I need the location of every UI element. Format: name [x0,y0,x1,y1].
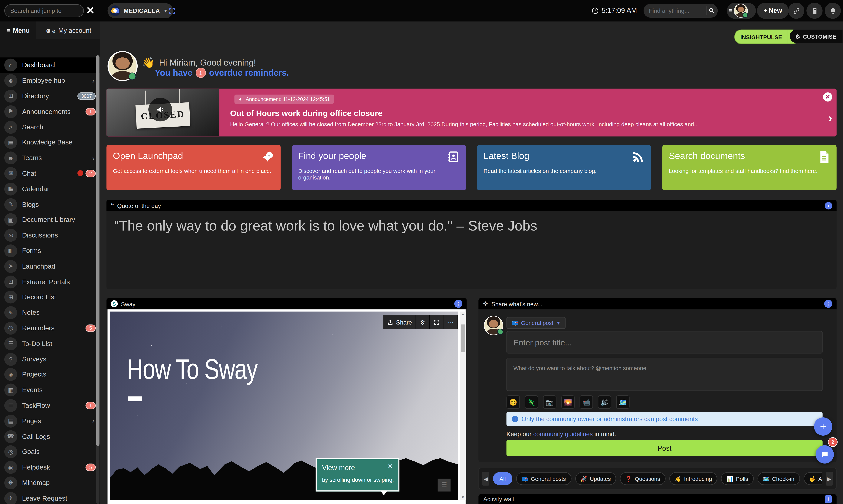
sidebar-item-label: Search [22,123,44,131]
gif-icon: 🦎 [528,398,536,406]
sidebar-item-document-library[interactable]: ▣Document Library [0,212,100,228]
widget-options-icon[interactable]: ⋮ [454,300,462,308]
fullscreen-icon[interactable] [168,7,176,15]
quick-card-open-launchpad[interactable]: Open LaunchpadGet access to external too… [106,145,281,190]
sidebar-item-launchpad[interactable]: ➤Launchpad [0,258,100,274]
filter-pill-check-in[interactable]: 🗺️Check-in [757,472,799,485]
sidebar-item-label: Goals [22,448,39,455]
user-menu[interactable]: ≡ [727,3,756,19]
sidebar-item-goals[interactable]: ◎Goals [0,444,100,460]
scroll-left-icon[interactable]: ◀ [482,472,489,486]
post-title-input[interactable] [506,331,823,354]
filter-pill-polls[interactable]: 📊Polls [721,472,754,485]
link-button[interactable] [788,3,804,19]
share-button[interactable]: Share [383,315,416,329]
next-announcement-chevron[interactable]: › [828,111,832,125]
sidebar-item-call-logs[interactable]: ☎Call Logs [0,429,100,444]
sidebar-item-leave-request[interactable]: ✈Leave Request [0,491,100,504]
filter-pill-appreciations[interactable]: 🤟Appreciations [804,472,822,485]
filter-pill-introducing[interactable]: 👋Introducing [669,472,717,485]
sidebar-scrollbar[interactable] [96,55,100,504]
sidebar-item-announcements[interactable]: ⚑Announcements1 [0,104,100,120]
info-icon[interactable]: i [825,202,832,209]
sidebar-item-dashboard[interactable]: ⌂Dashboard [0,57,100,73]
widget-options-icon[interactable]: ⋮ [824,300,832,308]
menu-tab[interactable]: ≡ Menu [0,21,36,39]
sidebar-item-search[interactable]: ⌕Search [0,120,100,135]
announcement-banner[interactable]: CLOSED Announcement: 11-12-2024 12:45:51… [106,89,837,137]
filter-emoji-icon: 👋 [675,475,682,481]
filter-label: Polls [736,475,748,482]
quick-card-latest-blog[interactable]: Latest BlogRead the latest articles on t… [477,145,651,190]
customise-button[interactable]: ⚙CUSTOMISE ▼ [790,30,843,43]
sway-embed: How To Sway Share ⚙ ⋯ View more [107,309,465,504]
emoji-button[interactable]: 😊 [506,395,520,409]
filter-pill-questions[interactable]: ❓Questions [620,472,666,485]
map-button[interactable]: 🗺️ [616,395,630,409]
notifications-button[interactable] [825,3,841,19]
search-icon[interactable] [706,7,718,14]
video-button[interactable]: 📹 [580,395,593,409]
settings-button[interactable]: ⚙ [416,315,430,329]
find-anything-input[interactable] [643,7,706,14]
project-icon: ◈ [4,368,17,381]
close-icon[interactable]: ✕ [823,92,832,102]
sway-scrollbar[interactable]: ▲ ▼ [460,311,466,500]
quick-card-search-documents[interactable]: Search documentsLooking for templates an… [663,145,837,190]
kiosk-button[interactable] [806,3,823,19]
sidebar-item-helpdesk[interactable]: ◉Helpdesk5 [0,460,100,475]
chevron-down-icon[interactable]: ▼ [842,30,843,43]
sidebar-item-label: Record List [22,293,56,301]
sidebar-item-discussions[interactable]: ✉Discussions [0,228,100,243]
my-account-tab[interactable]: ☻⚙ My account [36,21,100,39]
filter-pill-general-posts[interactable]: 📪General posts [516,472,571,485]
gif-button[interactable]: 🦎 [525,395,538,409]
filter-pill-all[interactable]: All [493,472,512,485]
sidebar-item-surveys[interactable]: ?Surveys [0,352,100,367]
sidebar-item-employee-hub[interactable]: ☻Employee hub› [0,73,100,88]
sidebar-item-events[interactable]: ▦Events [0,382,100,398]
sidebar-item-reminders[interactable]: ◷Reminders5 [0,320,100,336]
community-guidelines-link[interactable]: community guidelines [533,431,593,437]
sidebar-item-to-do-list[interactable]: ☰To-Do List [0,336,100,352]
sidebar-item-directory[interactable]: ⊞Directory3007 [0,88,100,104]
new-button[interactable]: +New [757,3,789,19]
brand-switcher[interactable]: MEDICALLA ▼ [107,3,173,18]
more-options-button[interactable]: ⋯ [444,315,458,329]
image-button[interactable]: 🌄 [561,395,575,409]
event-icon: ▦ [4,384,17,396]
audio-button[interactable]: 🔊 [598,395,611,409]
sidebar-item-taskflow[interactable]: ☰TaskFlow1 [0,398,100,413]
sidebar-item-calendar[interactable]: ▦Calendar [0,181,100,197]
sidebar-item-mindmap[interactable]: ❋Mindmap [0,475,100,491]
post-filter-bar: ◀ All📪General posts🚀Updates❓Questions👋In… [478,468,837,489]
search-input[interactable] [4,4,84,17]
sidebar-item-record-list[interactable]: ⊞Record List [0,289,100,305]
post-type-selector[interactable]: 📪 General post ▼ [506,317,566,329]
post-button[interactable]: Post [506,440,823,456]
chat-floating-button[interactable] [816,445,834,464]
close-icon[interactable]: ✕ [86,4,94,17]
sidebar-item-blogs[interactable]: ✎Blogs [0,197,100,212]
sidebar-item-chat[interactable]: ✉Chat2 [0,166,100,181]
address-book-icon [447,150,459,163]
sidebar-item-notes[interactable]: ✎Notes [0,305,100,320]
filter-pill-updates[interactable]: 🚀Updates [575,472,616,485]
add-floating-button[interactable]: + [814,417,832,436]
sidebar-item-teams[interactable]: ☻Teams› [0,150,100,166]
close-icon[interactable]: ✕ [388,463,393,470]
quick-card-find-your-people[interactable]: Find your peopleDiscover and reach out t… [292,145,466,190]
sidebar-item-projects[interactable]: ◈Projects [0,367,100,382]
sidebar-item-knowledge-base[interactable]: ▤Knowledge Base [0,135,100,150]
sidebar-item-pages[interactable]: ▤Pages› [0,413,100,429]
sidebar-item-extranet-portals[interactable]: ⊡Extranet Portals [0,274,100,289]
sidebar-item-forms[interactable]: ▥Forms [0,243,100,258]
camera-button[interactable]: 📷 [543,395,556,409]
contents-button[interactable]: ☰ [438,479,450,491]
expand-button[interactable] [430,315,444,329]
reminders-alert[interactable]: You have 1 overdue reminders. [155,68,289,78]
insightpulse-button[interactable]: INSIGHTPULSE ▼ [735,30,799,44]
info-icon[interactable]: i [825,495,832,503]
post-body-input[interactable] [506,358,823,391]
scroll-right-icon[interactable]: ▶ [826,472,833,486]
